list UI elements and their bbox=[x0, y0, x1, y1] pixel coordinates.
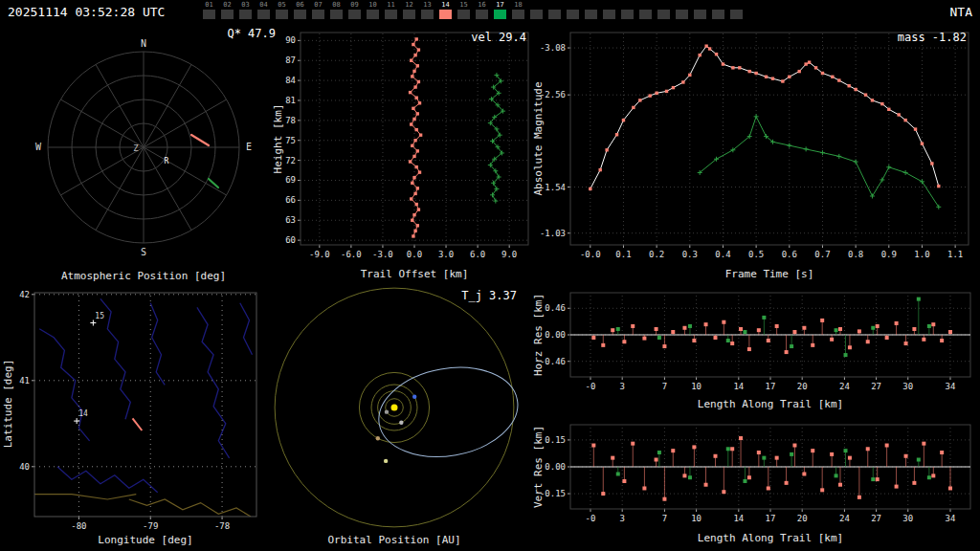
frame-indicator[interactable] bbox=[657, 1, 670, 19]
frame-indicator[interactable] bbox=[639, 1, 652, 19]
trail-offset-panel: -9.0-6.0-3.00.03.06.09.06063666972757881… bbox=[272, 25, 540, 291]
frame-square bbox=[385, 10, 397, 19]
svg-text:-78: -78 bbox=[214, 521, 230, 530]
frame-number: 05 bbox=[278, 1, 285, 9]
velocity-annotation: vel 29.4 bbox=[471, 31, 526, 44]
svg-text:66: 66 bbox=[285, 195, 296, 205]
frame-indicator[interactable]: 08 bbox=[330, 1, 343, 19]
atmospheric-position-chart: NSEWZR bbox=[4, 25, 283, 266]
tisserand-annotation: T_j 3.37 bbox=[461, 289, 517, 302]
frame-square bbox=[657, 10, 670, 19]
svg-text:14: 14 bbox=[78, 409, 88, 418]
svg-text:87: 87 bbox=[285, 55, 296, 65]
frame-square bbox=[476, 10, 488, 19]
frame-indicator[interactable] bbox=[730, 1, 743, 19]
meteor-analysis-dashboard: 20251114 03:52:28 UTC 010203040506070809… bbox=[0, 0, 980, 551]
svg-text:1.1: 1.1 bbox=[947, 250, 963, 259]
frame-number: 11 bbox=[387, 1, 394, 9]
svg-text:0.15: 0.15 bbox=[545, 435, 566, 445]
svg-text:-0.0: -0.0 bbox=[580, 250, 601, 259]
frame-number: 04 bbox=[259, 1, 267, 9]
frame-indicator-strip: 010203040506070809101112131415161718 bbox=[203, 1, 743, 19]
svg-text:0.1: 0.1 bbox=[615, 250, 631, 259]
frame-number: 06 bbox=[296, 1, 303, 9]
svg-text:30: 30 bbox=[902, 382, 913, 391]
frame-indicator[interactable] bbox=[603, 1, 615, 19]
frame-indicator[interactable] bbox=[712, 1, 724, 19]
svg-text:-1.03: -1.03 bbox=[540, 229, 566, 238]
frame-square bbox=[694, 10, 706, 19]
frame-number: 12 bbox=[405, 1, 412, 9]
svg-text:3: 3 bbox=[619, 382, 624, 391]
frame-indicator[interactable]: 16 bbox=[476, 1, 488, 19]
vert-res-xlabel: Length Along Trail [km] bbox=[570, 532, 970, 544]
atmospheric-axis-label: Atmospheric Position [deg] bbox=[4, 270, 283, 282]
svg-text:E: E bbox=[246, 142, 252, 152]
frame-indicator[interactable]: 07 bbox=[312, 1, 324, 19]
frame-indicator[interactable] bbox=[567, 1, 579, 19]
trail-xlabel: Trail Offset [km] bbox=[301, 268, 528, 280]
frame-square bbox=[457, 10, 470, 19]
frame-indicator[interactable]: 18 bbox=[512, 1, 524, 19]
frame-indicator[interactable]: 15 bbox=[457, 1, 470, 19]
svg-text:84: 84 bbox=[285, 76, 296, 85]
frame-square bbox=[312, 10, 324, 19]
svg-text:20: 20 bbox=[797, 382, 808, 391]
frame-indicator[interactable]: 13 bbox=[421, 1, 434, 19]
svg-text:0.8: 0.8 bbox=[848, 250, 863, 259]
frame-square bbox=[621, 10, 634, 19]
frame-indicator[interactable]: 14 bbox=[439, 1, 452, 19]
svg-text:69: 69 bbox=[285, 175, 296, 185]
orbital-axis-label: Orbital Position [AU] bbox=[266, 534, 523, 546]
frame-number: 01 bbox=[205, 1, 212, 9]
svg-text:6.0: 6.0 bbox=[470, 250, 485, 259]
orbital-position-panel: T_j 3.37 Orbital Position [AU] bbox=[266, 287, 523, 551]
frame-square bbox=[276, 10, 288, 19]
frame-indicator[interactable]: 11 bbox=[385, 1, 397, 19]
svg-text:Z: Z bbox=[133, 143, 139, 153]
frame-indicator[interactable] bbox=[548, 1, 561, 19]
frame-number: 17 bbox=[496, 1, 503, 9]
svg-text:0.2: 0.2 bbox=[649, 250, 664, 259]
svg-text:W: W bbox=[35, 142, 42, 152]
horizontal-residuals-panel: -03710141720242730340.460.00-0.46 Horz R… bbox=[532, 285, 980, 415]
frame-number: 07 bbox=[314, 1, 322, 9]
frame-indicator[interactable]: 05 bbox=[276, 1, 288, 19]
frame-number: 09 bbox=[350, 1, 358, 9]
svg-text:10: 10 bbox=[691, 382, 702, 391]
frame-number: 03 bbox=[241, 1, 249, 9]
svg-text:-3.08: -3.08 bbox=[540, 43, 566, 53]
frame-square bbox=[494, 10, 506, 19]
frame-indicator[interactable]: 10 bbox=[367, 1, 379, 19]
station-code: NTA bbox=[950, 5, 972, 19]
frame-square bbox=[512, 10, 524, 19]
svg-text:9.0: 9.0 bbox=[501, 250, 517, 259]
frame-indicator[interactable]: 01 bbox=[203, 1, 215, 19]
frame-indicator[interactable]: 12 bbox=[403, 1, 415, 19]
frame-indicator[interactable] bbox=[676, 1, 688, 19]
frame-indicator[interactable]: 02 bbox=[221, 1, 234, 19]
svg-text:75: 75 bbox=[285, 136, 296, 145]
frame-indicator[interactable] bbox=[585, 1, 597, 19]
frame-square bbox=[348, 10, 361, 19]
frame-indicator[interactable]: 03 bbox=[239, 1, 252, 19]
svg-text:0.3: 0.3 bbox=[682, 250, 698, 259]
svg-text:-9.0: -9.0 bbox=[309, 250, 330, 259]
frame-indicator[interactable] bbox=[621, 1, 634, 19]
frame-indicator[interactable] bbox=[530, 1, 543, 19]
svg-text:81: 81 bbox=[285, 96, 296, 105]
frame-square bbox=[530, 10, 543, 19]
svg-text:-3.0: -3.0 bbox=[372, 250, 393, 259]
frame-square bbox=[421, 10, 434, 19]
frame-indicator[interactable]: 04 bbox=[257, 1, 270, 19]
frame-indicator[interactable] bbox=[694, 1, 706, 19]
frame-square bbox=[239, 10, 252, 19]
vert-res-ylabel: Vert Res [km] bbox=[532, 426, 545, 508]
svg-text:7: 7 bbox=[662, 382, 667, 391]
svg-text:30: 30 bbox=[902, 514, 913, 523]
frame-indicator[interactable]: 06 bbox=[294, 1, 306, 19]
svg-text:1.0: 1.0 bbox=[914, 250, 929, 259]
frame-indicator[interactable]: 17 bbox=[494, 1, 506, 19]
frame-indicator[interactable]: 09 bbox=[348, 1, 361, 19]
frame-square bbox=[585, 10, 597, 19]
